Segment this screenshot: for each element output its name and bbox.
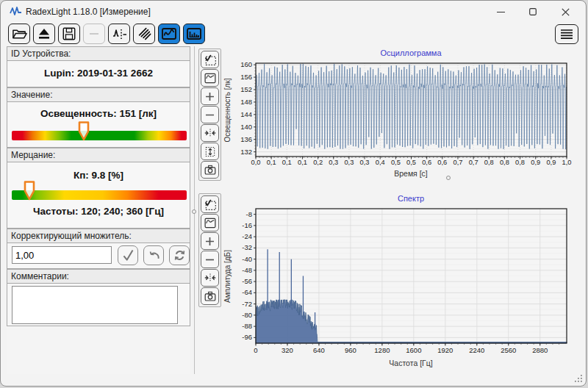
- apply-multiplier-button[interactable]: [118, 245, 138, 265]
- camera-icon: [204, 164, 217, 176]
- illuminance-scale: [12, 131, 187, 140]
- select-region-icon: [204, 198, 217, 211]
- fit-horizontal-button[interactable]: [201, 124, 219, 142]
- svg-text:2560: 2560: [501, 346, 516, 354]
- oscillogram-ylabel: Освещенность [лк]: [223, 78, 232, 142]
- flicker-button[interactable]: [133, 24, 155, 44]
- svg-text:1280: 1280: [374, 346, 390, 354]
- fit-vertical-button[interactable]: [201, 143, 219, 160]
- svg-text:0,8: 0,8: [515, 159, 525, 166]
- maximize-icon[interactable]: [517, 1, 549, 23]
- value-header: Значение:: [7, 87, 190, 102]
- svg-text:156: 156: [240, 73, 252, 81]
- snapshot-button[interactable]: [201, 287, 219, 305]
- main-toolbar: [8, 24, 205, 44]
- autoscale-button[interactable]: [201, 69, 219, 87]
- comments-header: Комментарии:: [7, 269, 190, 284]
- measure-button[interactable]: [108, 24, 130, 44]
- pulse-dashed-icon: [112, 26, 127, 41]
- window-title: RadexLight 1.18.0 [Измерение]: [26, 7, 151, 17]
- undo-multiplier-button[interactable]: [143, 245, 164, 265]
- select-region-button[interactable]: [201, 195, 219, 213]
- svg-text:0,1: 0,1: [267, 159, 276, 166]
- open-button[interactable]: [8, 24, 30, 44]
- svg-text:144: 144: [240, 110, 252, 118]
- svg-text:0,1: 0,1: [282, 159, 292, 166]
- illuminance-marker[interactable]: [78, 121, 90, 141]
- svg-text:-88: -88: [242, 322, 252, 330]
- select-region-button[interactable]: [201, 51, 219, 68]
- svg-text:0,9: 0,9: [546, 159, 556, 166]
- flicker-marker[interactable]: [24, 181, 35, 201]
- app-window: RadexLight 1.18.0 [Измерение]: [0, 0, 587, 387]
- svg-text:0,4: 0,4: [376, 159, 385, 166]
- zoom-out-button[interactable]: [201, 251, 219, 268]
- zoom-in-button[interactable]: [201, 87, 219, 105]
- app-logo-icon: [10, 6, 22, 17]
- svg-text:2880: 2880: [532, 346, 548, 354]
- zoom-in-icon: [204, 90, 216, 103]
- svg-text:0,2: 0,2: [313, 159, 323, 166]
- spectrum-view-button[interactable]: [183, 24, 205, 44]
- svg-text:0,5: 0,5: [391, 159, 401, 166]
- light-rays-icon: [137, 26, 151, 41]
- multiplier-input[interactable]: [12, 246, 112, 264]
- save-button[interactable]: [58, 24, 80, 44]
- select-region-icon: [204, 54, 217, 66]
- dash-icon: [87, 27, 101, 40]
- svg-text:-16: -16: [242, 221, 252, 229]
- menu-button[interactable]: [555, 24, 578, 44]
- svg-text:960: 960: [345, 346, 356, 354]
- svg-text:136: 136: [240, 135, 252, 143]
- close-icon[interactable]: [549, 1, 581, 23]
- resize-grip-icon[interactable]: [574, 374, 583, 383]
- oscillogram-view-button[interactable]: [158, 24, 180, 44]
- svg-text:-32: -32: [242, 243, 252, 251]
- refresh-icon: [173, 248, 187, 262]
- snapshot-button[interactable]: [201, 161, 219, 179]
- zoom-out-button[interactable]: [201, 106, 219, 123]
- eject-button[interactable]: [33, 24, 55, 44]
- spectrum-chart[interactable]: Спектр -8-16-24-32-40-48-56-64-72-80-88-…: [223, 188, 584, 372]
- oscillogram-xlabel: Время [с]: [394, 169, 428, 178]
- svg-text:0,6: 0,6: [422, 159, 431, 166]
- svg-text:0,8: 0,8: [500, 159, 509, 166]
- svg-text:-24: -24: [242, 232, 252, 240]
- svg-text:1920: 1920: [437, 346, 453, 354]
- svg-text:0,3: 0,3: [344, 159, 354, 166]
- svg-text:-72: -72: [242, 300, 252, 308]
- oscillogram-plot[interactable]: 1601561521481441401361320,00,10,10,10,20…: [240, 60, 571, 166]
- spectrum-title: Спектр: [398, 194, 424, 203]
- fit-horizontal-button[interactable]: [201, 269, 219, 287]
- svg-text:0: 0: [254, 346, 257, 354]
- zoom-in-icon: [204, 235, 216, 248]
- zoom-in-button[interactable]: [201, 232, 219, 250]
- svg-text:-96: -96: [242, 333, 252, 341]
- autoscale-button[interactable]: [201, 214, 219, 231]
- svg-text:132: 132: [240, 148, 252, 156]
- autoscale-curve-icon: [204, 217, 217, 229]
- svg-text:0,7: 0,7: [453, 159, 462, 166]
- oscillogram-icon: [161, 26, 177, 41]
- svg-text:-64: -64: [242, 288, 252, 296]
- autoscale-curve-icon: [204, 72, 217, 85]
- svg-text:0,8: 0,8: [484, 159, 494, 166]
- minimize-icon[interactable]: [484, 1, 517, 23]
- svg-text:-40: -40: [242, 255, 252, 263]
- svg-text:320: 320: [282, 346, 293, 354]
- svg-text:148: 148: [240, 98, 252, 106]
- device-id-header: ID Устройства:: [7, 46, 190, 61]
- flicker-kp-value: Кп: 9.8 [%]: [7, 162, 190, 181]
- comments-textarea[interactable]: [12, 286, 178, 324]
- spectrum-bars-icon: [186, 26, 202, 41]
- flicker-scale: [12, 190, 187, 200]
- spectrum-plot[interactable]: -8-16-24-32-40-48-56-64-72-80-88-9603206…: [242, 209, 567, 354]
- panel-splitter-handle[interactable]: [192, 209, 196, 214]
- reset-multiplier-button[interactable]: [169, 245, 190, 265]
- titlebar: RadexLight 1.18.0 [Измерение]: [1, 1, 586, 23]
- oscillogram-chart[interactable]: Осциллограмма 1601561521481441401361320,…: [223, 46, 584, 186]
- svg-text:-48: -48: [242, 266, 252, 274]
- eject-icon: [37, 27, 51, 41]
- svg-text:-80: -80: [242, 311, 252, 319]
- remove-button: [83, 24, 105, 44]
